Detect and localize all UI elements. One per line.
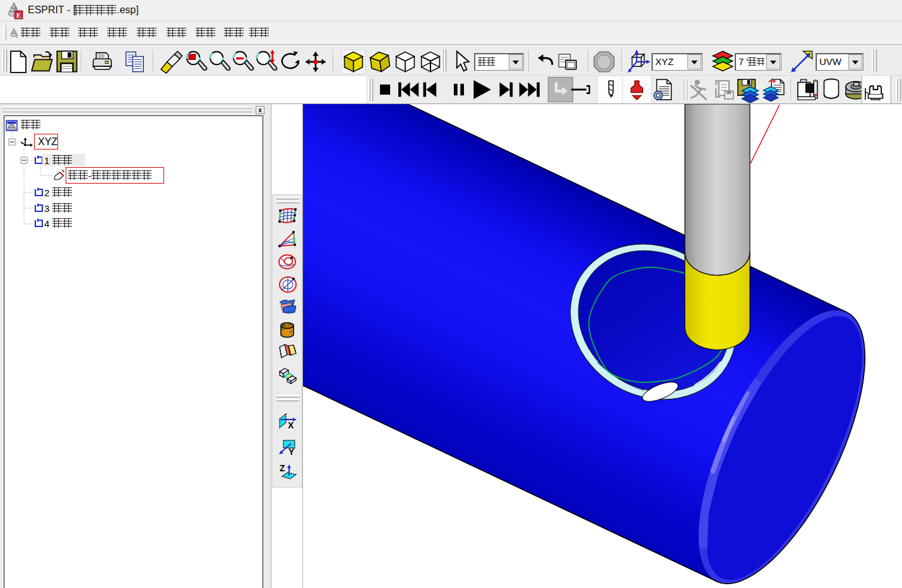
svg-text:E: E <box>16 11 21 19</box>
svg-text:X: X <box>288 420 294 430</box>
svg-text:Y: Y <box>288 447 295 457</box>
svg-text:Z: Z <box>280 463 285 473</box>
